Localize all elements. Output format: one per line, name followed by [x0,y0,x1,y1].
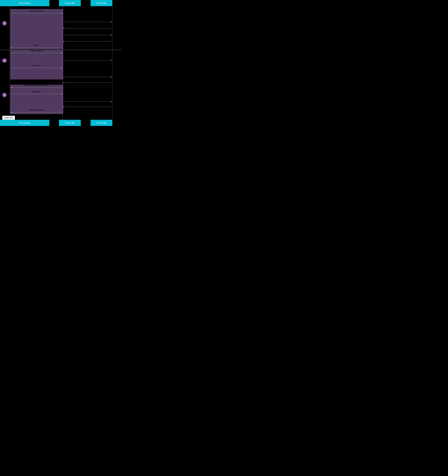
step-1-circle: 1 [2,21,7,25]
label-filter-read: Filter.read [32,91,41,93]
lifeline-tuner-hal [112,6,112,120]
step-3-circle: 3 [2,93,7,97]
footer-tuner-hal: Tuner HAL [91,120,112,126]
label-tuner-open-filter: Tuner.openFilter [29,10,44,12]
label-on-filter-event: onFilterEvent(SectionEvent) [24,84,49,87]
lifeline-tis [10,6,10,120]
footer-tis-section: TIS section [0,120,49,126]
arrow-from-hal-1 [63,27,112,29]
arrow-from-hal-2 [63,41,112,42]
arrow-filter-start: Filter.start [10,67,63,68]
arrow-to-hal-1 [63,21,112,23]
arrow-filter-output: filter output data [10,112,63,113]
header-bar: TIS section Tuner API Tuner HAL [0,0,122,6]
label-filter-output: filter output data [29,109,44,111]
build-psi-label: build PSI [5,117,13,119]
arrow-tuner-open-filter: Tuner.openFilter [10,12,63,14]
arrow-on-filter-event: onFilterEvent(SectionEvent) [10,87,63,88]
footer-tuner-api: Tuner API [59,120,81,126]
label-filter-configure: Filter.configure [30,50,43,52]
arrow-from-hal-4 [63,106,112,108]
section-1-box [10,9,63,49]
label-filter-start: Filter.start [32,64,41,67]
build-psi-box: build PSI [2,116,15,120]
header-tuner-hal: Tuner HAL [91,0,112,6]
footer-bar: TIS section Tuner API Tuner HAL [0,120,122,126]
arrow-filter-return: Filter [10,47,63,49]
arrow-to-hal-5 [63,101,112,102]
header-tis-section: TIS section [0,0,49,6]
arrow-to-hal-4 [63,76,112,78]
arrow-from-hal-3 [63,82,112,84]
label-filter: Filter [34,44,39,47]
arrow-to-hal-2 [63,34,112,36]
arrow-filter-configure: Filter.configure [10,52,63,54]
arrow-to-hal-3 [63,60,112,61]
sequence-diagram: TIS section Tuner API Tuner HAL 1 Tuner.… [0,0,122,126]
header-tuner-api: Tuner API [59,0,81,6]
step-2-circle: 2 [2,58,7,63]
main-area: 1 Tuner.openFilter [0,6,122,120]
arrow-filter-read: Filter.read [10,93,63,95]
